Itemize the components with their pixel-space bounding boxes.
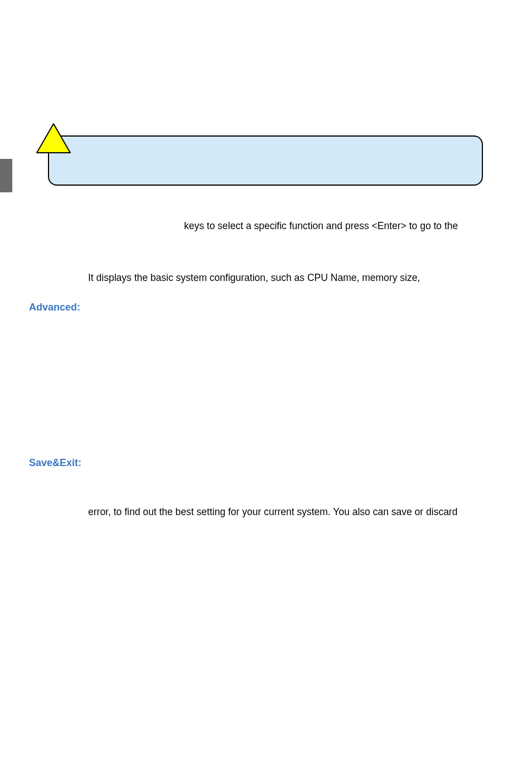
heading-saveexit: Save&Exit: xyxy=(29,456,509,470)
heading-advanced: Advanced: xyxy=(29,300,509,314)
text-fragment-top: keys to select a specific function and p… xyxy=(184,215,509,237)
callout-box xyxy=(48,135,483,186)
text-fragment-save-desc: error, to find out the best setting for … xyxy=(88,501,509,523)
text-fragment-main-desc: It displays the basic system configurati… xyxy=(88,267,509,289)
body-text: keys to select a specific function and p… xyxy=(29,215,509,527)
side-tab xyxy=(0,159,12,192)
document-page: keys to select a specific function and p… xyxy=(0,0,532,771)
caution-triangle-icon xyxy=(36,123,71,154)
svg-marker-0 xyxy=(37,124,70,153)
